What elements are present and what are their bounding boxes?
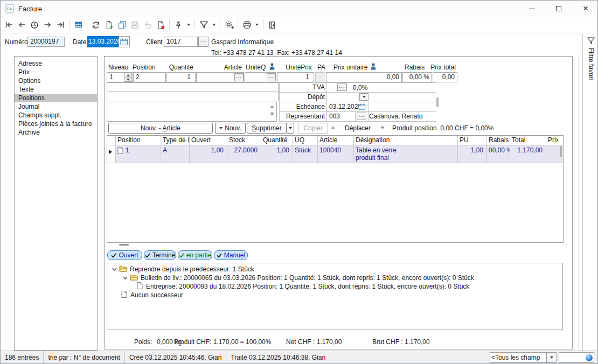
col-article[interactable]: Article [318,136,354,145]
col-type[interactable]: Type de lig [161,136,190,145]
filter-button[interactable] [197,18,210,31]
sidebar-item-options[interactable]: Options [15,76,97,85]
client-lookup-button[interactable]: ... [198,37,208,47]
position-text-field-2[interactable] [107,92,279,101]
cell-stock[interactable]: 27,0000 [227,145,261,163]
cell-ouvert[interactable]: 1,00 [190,145,227,163]
sidebar-item-prix[interactable]: Prix [15,68,97,76]
filter-dropdown-button[interactable] [210,18,218,31]
filter-ouvert-button[interactable]: Ouvert [107,250,142,260]
echeance-calendar-button[interactable] [357,102,367,111]
col-prix[interactable]: Prix [546,136,558,145]
client-field[interactable]: 1017 [164,37,198,47]
quantite-field[interactable]: 1 [166,72,196,82]
sidebar-item-archive[interactable]: Archive [15,128,97,137]
prix-total-field[interactable]: 0,00 [433,72,457,82]
cell-total[interactable]: 1.170,00 [510,145,546,163]
previous-record-button[interactable] [15,18,28,31]
favorite-filter-label[interactable]: Filtre favori [587,48,595,80]
move-up-icon[interactable] [331,126,335,129]
stepper-down-icon[interactable] [125,78,131,81]
close-button[interactable]: × [573,1,598,17]
new-document-button[interactable] [102,18,115,31]
new-dropdown-button[interactable]: Nouv. [215,123,246,134]
sidebar-item-journal[interactable]: Journal [15,102,97,111]
uniteprix-field[interactable]: 1 [277,72,314,82]
col-total[interactable]: Total [510,136,546,145]
cell-prix[interactable] [546,145,558,163]
tva-lookup-button[interactable]: ... [337,83,347,91]
uniteq-lookup-button[interactable]: ... [267,73,276,81]
sidebar-item-positions[interactable]: Positions [15,94,97,102]
history-icon[interactable] [28,18,41,31]
maximize-button[interactable] [546,1,571,17]
chevron-down-icon[interactable] [123,276,128,279]
filter-en-partie-button[interactable]: en partie [178,250,212,260]
next-record-button[interactable] [41,18,54,31]
print-button[interactable] [240,18,253,31]
print-dropdown-button[interactable] [253,18,261,31]
col-rabais[interactable]: Rabais [487,136,510,145]
sidebar-item-texte[interactable]: Texte [15,85,97,94]
prix-unitaire-field[interactable]: 0,00 [326,72,402,82]
delete-dropdown-button[interactable] [286,123,294,134]
col-uq[interactable]: UQ [293,136,318,145]
move-button[interactable]: Déplacer [345,124,371,132]
delete-document-button[interactable] [154,18,167,31]
table-row[interactable]: 1 A 1,00 27,0000 1,00 Stück 100040 Table… [107,145,563,163]
tree-item-entreprise[interactable]: Entreprise: 20000093 du 18.02.2026 Posit… [146,283,469,290]
col-ouvert[interactable]: Ouvert [190,136,227,145]
niveau-stepper[interactable] [124,73,132,82]
subform-scrollbar[interactable] [436,97,439,107]
settings-add-button[interactable] [222,18,235,31]
cell-uq[interactable]: Stück [293,145,318,163]
last-record-button[interactable] [54,18,67,31]
cell-designation[interactable]: Table en verre produit final [354,145,458,163]
representant-value[interactable]: 003 [329,113,340,120]
cell-article[interactable]: 100040 [318,145,354,163]
stepper-up-icon[interactable] [125,73,131,78]
tree-item-predecessor[interactable]: Reprendre depuis le prédécesseur: 1 Stüc… [130,265,254,273]
exit-button[interactable] [266,18,279,31]
table-vscrollbar[interactable] [560,146,562,157]
sidebar-item-pieces-jointes[interactable]: Pièces jointes à la facture [15,120,97,128]
pin-dropdown-button[interactable] [185,18,192,31]
col-stock[interactable]: Stock [227,136,261,145]
filter-manuel-button[interactable]: Manuel [214,250,248,260]
copy-button[interactable]: Copier [298,123,328,134]
depot-dropdown-button[interactable] [359,93,368,101]
cell-pu[interactable]: 1,00 [458,145,487,163]
col-designation[interactable]: Désignation [354,136,458,145]
chevron-down-icon[interactable] [112,268,117,271]
rabais-field[interactable]: 0,00 % [402,72,432,82]
col-pu[interactable]: PU [458,136,487,145]
cell-type[interactable]: A [161,145,190,163]
pin-button[interactable] [172,18,185,31]
tree-item-bulletin[interactable]: Bulletin de liv.: 20000065 du 03.03.2026… [141,274,474,282]
refresh-button[interactable] [89,18,102,31]
cell-position[interactable]: 1 [116,145,161,163]
search-input[interactable] [559,352,594,363]
position-description-textarea[interactable] [107,102,277,122]
copy-document-button[interactable] [115,18,128,31]
minimize-button[interactable] [519,1,544,17]
move-down-icon[interactable] [380,127,385,129]
position-text-field-1[interactable] [107,82,279,92]
col-quantite[interactable]: Quantité [261,136,293,145]
globe-icon[interactable] [586,354,593,361]
sidebar-item-adresse[interactable]: Adresse [15,59,97,68]
article-lookup-button[interactable]: ... [234,73,244,81]
col-position[interactable]: Position [116,136,161,145]
sidebar-item-champs-suppl[interactable]: Champs suppl. [15,111,97,120]
textarea-scroll-down-icon[interactable] [270,113,274,116]
first-record-button[interactable] [2,18,15,31]
tree-item-no-successor[interactable]: Aucun successeur [130,291,183,299]
filter-termine-button[interactable]: Terminé [144,250,176,260]
position-field[interactable]: 2 [133,72,166,82]
textarea-scroll-up-icon[interactable] [270,105,274,108]
date-calendar-button[interactable] [119,36,130,47]
new-article-button[interactable]: Nouv. - Article [108,123,213,134]
search-scope-select[interactable]: <Tous les champ [490,352,547,363]
pa-field[interactable] [315,72,325,82]
splitter-handle[interactable] [119,244,129,246]
